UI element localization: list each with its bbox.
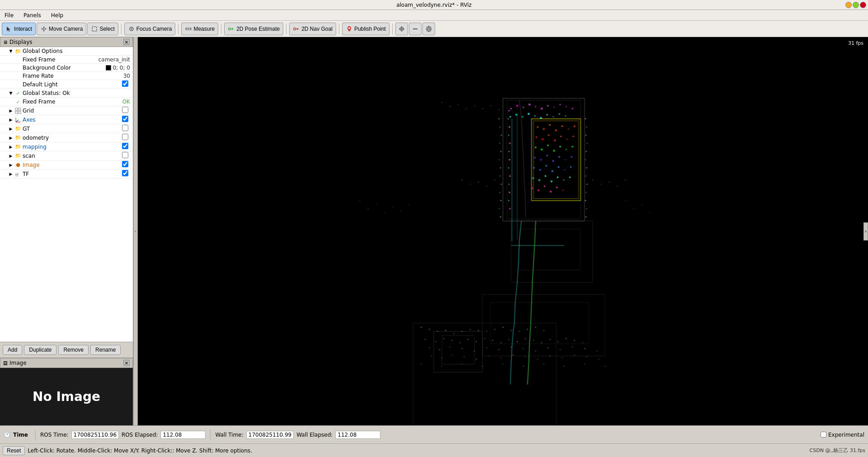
grid-checkbox[interactable]	[122, 107, 128, 113]
reset-button[interactable]: Reset	[3, 446, 25, 455]
wall-elapsed-value: 112.08	[335, 431, 380, 439]
ros-elapsed-value: 112.08	[160, 431, 206, 439]
axes-expander[interactable]: ▶	[7, 116, 14, 123]
image-expander[interactable]: ▶	[7, 161, 14, 169]
select-button[interactable]: Select	[87, 23, 118, 35]
svg-point-160	[558, 113, 560, 115]
svg-point-155	[528, 113, 530, 115]
svg-point-126	[586, 127, 587, 127]
svg-point-11	[348, 27, 350, 29]
publish-point-button[interactable]: Publish Point	[342, 23, 389, 35]
minimize-button[interactable]	[845, 2, 852, 8]
svg-point-215	[470, 184, 471, 185]
scan-expander[interactable]: ▶	[7, 152, 14, 160]
global-options-row[interactable]: ▼ 📁 Global Options	[0, 47, 133, 56]
tf-row[interactable]: ▶ tf TF	[0, 170, 133, 179]
measure-button[interactable]: Measure	[181, 23, 218, 35]
mapping-row[interactable]: ▶ 📁 mapping	[0, 142, 133, 151]
svg-point-16	[427, 28, 430, 30]
2d-nav-label: 2D Nav Goal	[301, 26, 333, 32]
3d-view[interactable]: 31 fps ›	[138, 37, 868, 425]
gt-expander[interactable]: ▶	[7, 125, 14, 132]
frame-rate-row[interactable]: Frame Rate 30	[0, 72, 133, 80]
svg-point-65	[566, 338, 567, 339]
svg-point-222	[617, 186, 618, 187]
add-button[interactable]: Add	[3, 345, 22, 355]
global-options-expander[interactable]: ▼	[7, 47, 14, 55]
ros-time-label: ROS Time:	[40, 432, 69, 438]
grid-expander[interactable]: ▶	[7, 107, 14, 114]
global-status-row[interactable]: ▼ ✓ Global Status: Ok	[0, 89, 133, 98]
odometry-row[interactable]: ▶ 📁 odometry	[0, 133, 133, 142]
2d-pose-button[interactable]: 2D Pose Estimate	[224, 23, 283, 35]
global-status-expander[interactable]: ▼	[7, 90, 14, 97]
svg-point-239	[474, 105, 475, 106]
svg-point-169	[568, 128, 569, 130]
svg-point-184	[572, 146, 573, 148]
image-label: Image	[22, 162, 122, 168]
svg-point-186	[540, 159, 542, 161]
svg-point-66	[574, 340, 575, 341]
main-content: 🖥 Displays ✕ ▼ 📁 Global Options	[0, 37, 868, 425]
minus-button[interactable]	[409, 23, 422, 35]
tf-expander[interactable]: ▶	[7, 170, 14, 178]
svg-point-51	[451, 340, 452, 341]
svg-point-223	[625, 180, 626, 181]
menu-panels[interactable]: Panels	[21, 11, 44, 19]
axes-checkbox[interactable]	[122, 116, 128, 122]
image-panel-close[interactable]: ✕	[123, 360, 130, 366]
remove-button[interactable]: Remove	[58, 345, 89, 355]
image-row[interactable]: ▶ ● Image	[0, 160, 133, 170]
grid-row[interactable]: ▶ Grid	[0, 106, 133, 115]
default-light-row[interactable]: Default Light	[0, 80, 133, 89]
mapping-checkbox[interactable]	[122, 143, 128, 149]
scan-row[interactable]: ▶ 📁 scan	[0, 151, 133, 160]
duplicate-button[interactable]: Duplicate	[24, 345, 56, 355]
mapping-expander[interactable]: ▶	[7, 143, 14, 151]
svg-point-185	[534, 157, 536, 159]
svg-point-97	[599, 359, 600, 360]
svg-point-84	[441, 358, 442, 358]
image-checkbox[interactable]	[122, 161, 128, 167]
svg-point-122	[500, 200, 501, 201]
default-light-checkbox[interactable]	[122, 80, 128, 87]
svg-point-243	[508, 110, 510, 112]
svg-point-180	[547, 145, 549, 146]
menu-help[interactable]: Help	[48, 11, 66, 19]
scan-checkbox[interactable]	[122, 152, 128, 158]
ros-elapsed-label: ROS Elapsed:	[122, 432, 158, 438]
background-color-swatch	[106, 65, 111, 71]
svg-point-123	[499, 208, 500, 209]
experimental-checkbox[interactable]	[821, 432, 826, 438]
svg-point-182	[559, 146, 561, 148]
focus-camera-button[interactable]: Focus Camera	[124, 23, 176, 35]
tf-checkbox[interactable]	[122, 170, 128, 176]
crosshair-button[interactable]	[395, 23, 408, 35]
gt-checkbox[interactable]	[122, 125, 128, 131]
2d-nav-button[interactable]: 2D Nav Goal	[289, 23, 336, 35]
close-button[interactable]	[860, 2, 866, 8]
svg-point-228	[392, 206, 393, 207]
right-collapse-handle[interactable]: ›	[863, 222, 868, 240]
fps-counter: 31 fps	[846, 40, 865, 47]
gear-button[interactable]	[422, 23, 435, 35]
fixed-frame-ok-row[interactable]: ✓ Fixed Frame OK	[0, 98, 133, 106]
interact-button[interactable]: Interact	[2, 23, 36, 35]
displays-panel-close[interactable]: ✕	[123, 39, 130, 45]
svg-point-78	[548, 347, 549, 348]
odometry-expander[interactable]: ▶	[7, 134, 14, 141]
maximize-button[interactable]	[853, 2, 859, 8]
move-camera-button[interactable]: Move Camera	[37, 23, 86, 35]
odometry-checkbox[interactable]	[122, 134, 128, 140]
background-color-row[interactable]: Background Color 0; 0; 0	[0, 64, 133, 72]
rename-button[interactable]: Rename	[90, 345, 121, 355]
wall-elapsed-label: Wall Elapsed:	[296, 432, 333, 438]
axes-row[interactable]: ▶ Axes	[0, 115, 133, 124]
svg-point-132	[586, 176, 586, 177]
fixed-frame-row[interactable]: Fixed Frame camera_init	[0, 56, 133, 64]
menu-file[interactable]: File	[2, 11, 16, 19]
gt-row[interactable]: ▶ 📁 GT	[0, 124, 133, 133]
grid-label: Grid	[22, 108, 122, 114]
svg-point-151	[572, 108, 573, 109]
collapse-handle[interactable]: ‹	[133, 37, 138, 425]
